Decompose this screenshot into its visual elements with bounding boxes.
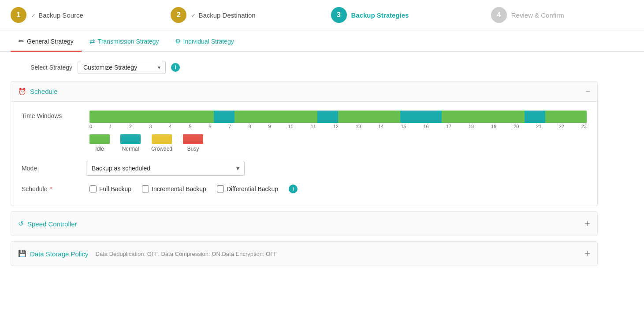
data-storage-policy-section: 💾 Data Storage Policy Data Deduplication… xyxy=(11,241,598,266)
legend-label-crowded: Crowded xyxy=(151,146,172,152)
schedule-label-text: Schedule xyxy=(22,185,47,192)
policy-title-area: 💾 Data Storage Policy Data Deduplication… xyxy=(18,250,277,258)
schedule-title-text: Schedule xyxy=(30,88,58,95)
select-strategy-row: Select Strategy Customize Strategy Defau… xyxy=(11,61,598,74)
step-2-label: ✓ Backup Destination xyxy=(191,11,255,19)
speed-controller-title: ↺ Speed Controller xyxy=(18,220,77,228)
policy-expand-button[interactable]: + xyxy=(584,248,590,259)
step-3-text: Backup Strategies xyxy=(351,11,409,19)
step-3-label: Backup Strategies xyxy=(351,11,409,19)
strategy-tabs: ✏ General Strategy ⇄ Transmission Strate… xyxy=(0,32,644,52)
storage-icon: 💾 xyxy=(18,250,26,258)
speed-icon: ↺ xyxy=(18,220,24,228)
step-4-text: Review & Confirm xyxy=(511,11,564,19)
differential-backup-label: Differential Backup xyxy=(227,185,278,192)
time-windows-label: Time Windows xyxy=(22,111,79,119)
full-backup-checkbox-item[interactable]: Full Backup xyxy=(89,185,131,192)
full-backup-label: Full Backup xyxy=(99,185,131,192)
schedule-title: ⏰ Schedule xyxy=(18,88,58,96)
mode-select[interactable]: Backup as scheduled Manual backup only xyxy=(86,161,245,176)
strategy-select[interactable]: Customize Strategy Default Strategy xyxy=(78,61,166,74)
legend-label-normal: Normal xyxy=(122,146,139,152)
step-1-label: ✓ Backup Source xyxy=(31,11,83,19)
schedule-header: ⏰ Schedule − xyxy=(11,81,597,102)
legend-item-crowded: Crowded xyxy=(151,134,172,152)
schedule-checkbox-row: Schedule * Full Backup Incremental Backu… xyxy=(22,185,587,193)
schedule-section: ⏰ Schedule − Time Windows 01234567891011… xyxy=(11,81,598,206)
legend-label-idle: Idle xyxy=(95,146,104,152)
schedule-collapse-button[interactable]: − xyxy=(585,87,590,96)
speed-controller-title-text: Speed Controller xyxy=(27,220,77,228)
legend-label-busy: Busy xyxy=(187,146,199,152)
strategy-select-wrapper: Customize Strategy Default Strategy xyxy=(78,61,166,74)
mode-label: Mode xyxy=(22,165,79,172)
differential-backup-checkbox-item[interactable]: Differential Backup xyxy=(217,185,278,192)
time-bar xyxy=(89,111,587,123)
policy-subtitle: Data Deduplication: OFF, Data Compressio… xyxy=(96,251,278,257)
legend-color-normal xyxy=(120,134,141,144)
gear-icon: ⚙ xyxy=(175,37,181,45)
step-4-circle: 4 xyxy=(491,7,507,23)
time-windows-legend: IdleNormalCrowdedBusy xyxy=(89,134,587,152)
schedule-info-icon[interactable]: i xyxy=(289,185,298,193)
tab-individual-strategy[interactable]: ⚙ Individual Strategy xyxy=(167,32,242,52)
step-1: 1 ✓ Backup Source xyxy=(11,7,153,23)
step-2-circle: 2 xyxy=(171,7,186,23)
select-strategy-label: Select Strategy xyxy=(11,64,72,71)
data-storage-policy-header: 💾 Data Storage Policy Data Deduplication… xyxy=(11,242,597,266)
incremental-backup-checkbox-item[interactable]: Incremental Backup xyxy=(142,185,206,192)
clock-icon: ⏰ xyxy=(18,88,26,96)
tab-individual-label: Individual Strategy xyxy=(183,38,234,45)
legend-item-idle: Idle xyxy=(89,134,110,152)
wizard-steps: 1 ✓ Backup Source 2 ✓ Backup Destination… xyxy=(0,0,644,30)
step-2: 2 ✓ Backup Destination xyxy=(171,7,313,23)
pencil-icon: ✏ xyxy=(19,37,24,45)
schedule-body: Time Windows 012345678910111213141516171… xyxy=(11,102,597,206)
step-1-text: Backup Source xyxy=(38,11,83,19)
legend-color-busy xyxy=(183,134,203,144)
schedule-checkbox-label: Schedule * xyxy=(22,185,79,192)
step-4-label: Review & Confirm xyxy=(511,11,564,19)
differential-backup-checkbox[interactable] xyxy=(217,185,224,192)
speed-controller-section: ↺ Speed Controller + xyxy=(11,211,598,236)
main-content: Select Strategy Customize Strategy Defau… xyxy=(0,52,608,280)
time-windows-row: Time Windows 012345678910111213141516171… xyxy=(22,111,587,152)
time-hours: 01234567891011121314151617181920212223 xyxy=(89,124,587,129)
mode-row: Mode Backup as scheduled Manual backup o… xyxy=(22,161,587,176)
speed-controller-expand-button[interactable]: + xyxy=(584,218,590,229)
step-1-check: ✓ xyxy=(31,12,36,19)
legend-item-normal: Normal xyxy=(120,134,141,152)
tab-general-label: General Strategy xyxy=(27,38,74,45)
full-backup-checkbox[interactable] xyxy=(89,185,97,192)
step-3-circle: 3 xyxy=(331,7,347,23)
time-windows-chart: 01234567891011121314151617181920212223 I… xyxy=(89,111,587,152)
required-star: * xyxy=(50,185,52,192)
transmission-icon: ⇄ xyxy=(89,37,95,45)
tab-general-strategy[interactable]: ✏ General Strategy xyxy=(11,32,82,52)
incremental-backup-checkbox[interactable] xyxy=(142,185,149,192)
tab-transmission-label: Transmission Strategy xyxy=(98,38,159,45)
incremental-backup-label: Incremental Backup xyxy=(152,185,206,192)
legend-color-idle xyxy=(89,134,110,144)
strategy-info-icon[interactable]: i xyxy=(171,63,180,72)
step-2-text: Backup Destination xyxy=(198,11,255,19)
step-4: 4 Review & Confirm xyxy=(491,7,633,23)
legend-color-crowded xyxy=(152,134,172,144)
step-2-check: ✓ xyxy=(191,12,196,19)
legend-item-busy: Busy xyxy=(183,134,203,152)
step-1-circle: 1 xyxy=(11,7,26,23)
step-3: 3 Backup Strategies xyxy=(331,7,473,23)
mode-select-wrapper: Backup as scheduled Manual backup only xyxy=(86,161,245,176)
tab-transmission-strategy[interactable]: ⇄ Transmission Strategy xyxy=(82,32,167,52)
policy-title-text: Data Storage Policy xyxy=(30,250,89,258)
speed-controller-header: ↺ Speed Controller + xyxy=(11,212,597,236)
